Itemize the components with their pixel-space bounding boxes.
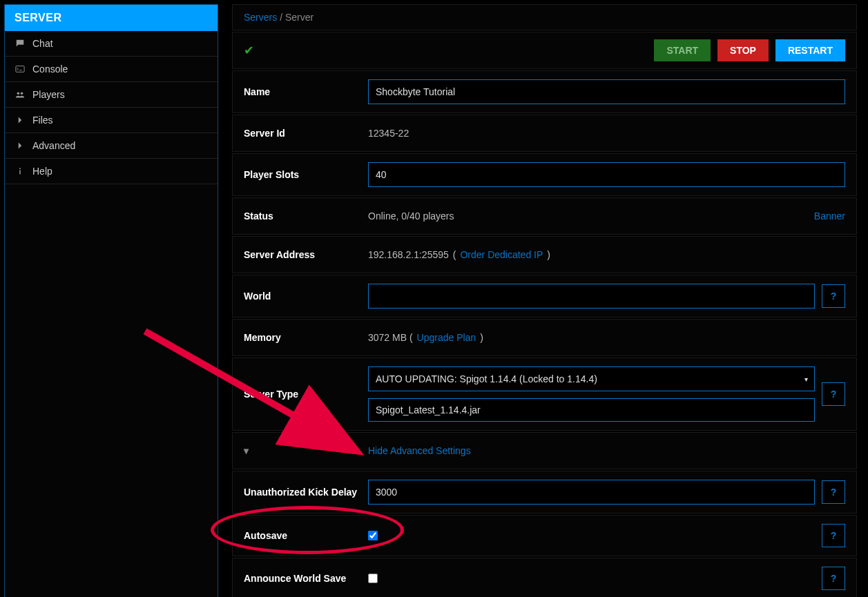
help-button-unauth[interactable]: ? bbox=[822, 480, 845, 504]
server-id-value: 12345-22 bbox=[368, 128, 409, 139]
sidebar-item-players[interactable]: Players bbox=[5, 82, 218, 108]
start-button[interactable]: START bbox=[654, 39, 711, 61]
sidebar-item-label: Players bbox=[32, 89, 65, 100]
restart-button[interactable]: RESTART bbox=[775, 39, 845, 61]
breadcrumb: Servers / Server bbox=[232, 4, 857, 30]
sidebar-item-label: Files bbox=[32, 115, 53, 126]
label-unauth-kick: Unauthorized Kick Delay bbox=[244, 487, 361, 498]
row-server-type: Server Type AUTO UPDATING: Spigot 1.14.4… bbox=[232, 358, 857, 431]
status-value: Online, 0/40 players bbox=[368, 211, 454, 222]
row-world: World ? bbox=[232, 275, 857, 317]
server-type-select[interactable]: AUTO UPDATING: Spigot 1.14.4 (Locked to … bbox=[368, 366, 815, 391]
label-memory: Memory bbox=[244, 332, 361, 343]
help-button-world[interactable]: ? bbox=[822, 284, 845, 308]
info-icon bbox=[15, 166, 26, 177]
hide-advanced-link[interactable]: Hide Advanced Settings bbox=[368, 445, 471, 456]
label-autosave: Autosave bbox=[244, 530, 361, 541]
server-controls: ✔ START STOP RESTART bbox=[232, 32, 857, 69]
sidebar-item-help[interactable]: Help bbox=[5, 159, 218, 184]
sidebar: SERVER Chat Console Players Files bbox=[4, 4, 218, 597]
autosave-checkbox[interactable] bbox=[368, 531, 378, 540]
breadcrumb-root[interactable]: Servers bbox=[244, 12, 277, 23]
sidebar-item-chat[interactable]: Chat bbox=[5, 31, 218, 57]
row-status: Status Online, 0/40 players Banner bbox=[232, 197, 857, 235]
row-memory: Memory 3072 MB (Upgrade Plan) bbox=[232, 319, 857, 356]
server-address-value: 192.168.2.1:25595 bbox=[368, 249, 449, 260]
label-name: Name bbox=[244, 86, 361, 97]
label-server-type: Server Type bbox=[244, 389, 361, 400]
players-icon bbox=[15, 89, 26, 100]
memory-value: 3072 MB ( bbox=[368, 332, 413, 343]
sidebar-item-console[interactable]: Console bbox=[5, 57, 218, 82]
console-icon bbox=[15, 63, 26, 75]
help-button-server-type[interactable]: ? bbox=[822, 382, 845, 406]
sidebar-item-label: Chat bbox=[32, 38, 53, 49]
stop-button[interactable]: STOP bbox=[717, 39, 769, 61]
row-announce-world-save: Announce World Save ? bbox=[232, 558, 857, 597]
sidebar-item-advanced[interactable]: Advanced bbox=[5, 133, 218, 159]
row-player-slots: Player Slots bbox=[232, 153, 857, 196]
unauth-kick-input[interactable] bbox=[368, 480, 815, 505]
help-button-announce[interactable]: ? bbox=[822, 567, 845, 590]
svg-point-1 bbox=[17, 92, 20, 95]
svg-rect-4 bbox=[19, 170, 21, 175]
server-jar-input[interactable] bbox=[368, 398, 815, 422]
row-server-id: Server Id 12345-22 bbox=[232, 115, 857, 152]
row-name: Name bbox=[232, 70, 857, 113]
label-server-address: Server Address bbox=[244, 249, 361, 260]
sidebar-item-label: Console bbox=[32, 63, 68, 75]
world-input[interactable] bbox=[368, 284, 815, 309]
svg-point-2 bbox=[21, 92, 23, 95]
chevron-right-icon bbox=[15, 140, 26, 151]
help-button-autosave[interactable]: ? bbox=[822, 524, 845, 547]
sidebar-item-files[interactable]: Files bbox=[5, 108, 218, 133]
row-autosave: Autosave ? bbox=[232, 515, 857, 556]
upgrade-plan-link[interactable]: Upgrade Plan bbox=[417, 332, 476, 343]
row-advanced-toggle[interactable]: ▾ Hide Advanced Settings bbox=[232, 432, 857, 469]
announce-world-save-checkbox[interactable] bbox=[368, 574, 378, 583]
label-server-id: Server Id bbox=[244, 128, 361, 139]
order-ip-link[interactable]: Order Dedicated IP bbox=[460, 249, 543, 260]
sidebar-item-label: Advanced bbox=[32, 140, 75, 151]
row-unauth-kick: Unauthorized Kick Delay ? bbox=[232, 471, 857, 513]
row-server-address: Server Address 192.168.2.1:25595 (Order … bbox=[232, 236, 857, 273]
svg-rect-0 bbox=[16, 66, 24, 72]
label-world: World bbox=[244, 291, 361, 302]
label-player-slots: Player Slots bbox=[244, 169, 361, 180]
chat-icon bbox=[15, 38, 26, 49]
breadcrumb-current: Server bbox=[285, 12, 314, 23]
player-slots-input[interactable] bbox=[368, 162, 845, 187]
chevron-right-icon bbox=[15, 115, 26, 126]
main-panel: Servers / Server ✔ START STOP RESTART Na… bbox=[232, 4, 864, 597]
label-status: Status bbox=[244, 211, 361, 222]
check-icon: ✔ bbox=[244, 43, 254, 58]
sidebar-header: SERVER bbox=[5, 5, 218, 31]
chevron-down-icon: ▾ bbox=[244, 445, 249, 456]
breadcrumb-sep: / bbox=[280, 12, 282, 23]
label-announce-world-save: Announce World Save bbox=[244, 573, 361, 584]
svg-point-3 bbox=[19, 168, 21, 169]
banner-link[interactable]: Banner bbox=[814, 211, 845, 222]
sidebar-item-label: Help bbox=[32, 166, 52, 177]
name-input[interactable] bbox=[368, 79, 845, 104]
